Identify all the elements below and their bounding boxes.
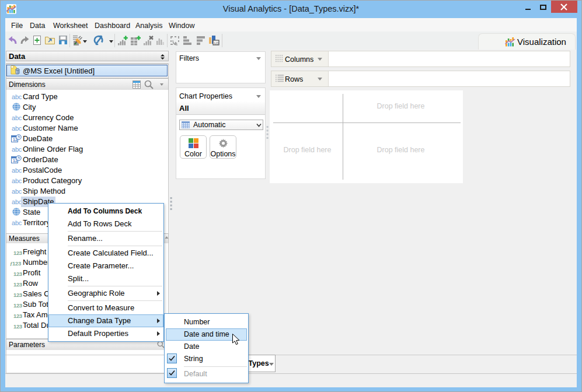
svg-text:LO: LO bbox=[214, 41, 219, 45]
